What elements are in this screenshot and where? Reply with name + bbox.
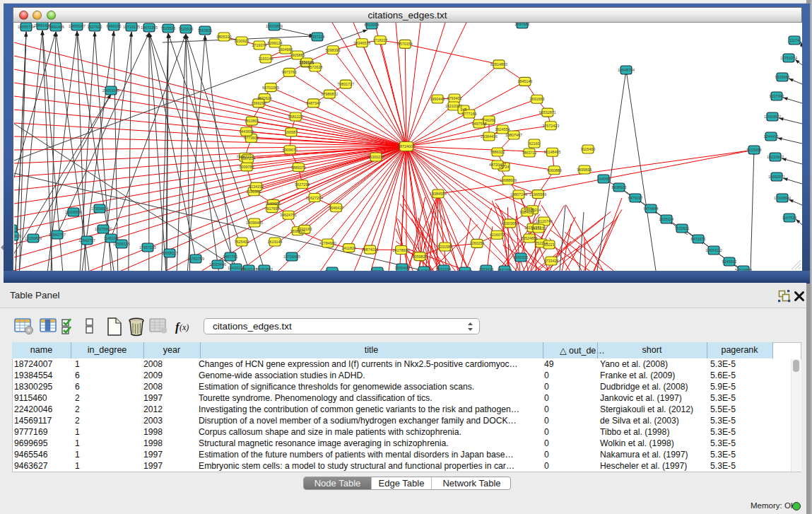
- svg-text:2691669: 2691669: [529, 97, 544, 101]
- svg-text:9699695: 9699695: [577, 168, 592, 172]
- svg-text:12093822: 12093822: [764, 115, 781, 119]
- svg-text:0443699: 0443699: [239, 129, 254, 134]
- svg-text:24278680: 24278680: [393, 248, 410, 252]
- svg-text:5646417: 5646417: [329, 206, 343, 210]
- svg-text:12942757: 12942757: [78, 238, 95, 243]
- svg-text:2697682: 2697682: [515, 23, 530, 26]
- svg-text:166587: 166587: [285, 130, 298, 134]
- svg-text:18724007: 18724007: [398, 144, 415, 148]
- svg-text:15300237: 15300237: [367, 155, 384, 159]
- svg-text:12156829: 12156829: [14, 234, 21, 238]
- svg-text:62160: 62160: [529, 141, 540, 146]
- svg-text:9169985: 9169985: [266, 201, 281, 206]
- svg-text:43303654: 43303654: [502, 221, 519, 226]
- svg-text:54516808: 54516808: [735, 268, 752, 271]
- svg-text:13524851: 13524851: [521, 236, 538, 240]
- svg-text:8938923: 8938923: [612, 185, 627, 189]
- svg-text:19384554: 19384554: [430, 192, 447, 196]
- svg-text:1615132: 1615132: [531, 226, 546, 230]
- svg-text:5009788: 5009788: [240, 165, 254, 169]
- svg-text:6909670: 6909670: [283, 148, 298, 152]
- svg-text:12505135: 12505135: [113, 242, 130, 246]
- svg-text:16782759: 16782759: [187, 257, 204, 261]
- svg-text:7940265: 7940265: [325, 269, 340, 271]
- svg-text:89083863: 89083863: [256, 267, 273, 271]
- svg-text:6773602: 6773602: [244, 136, 259, 140]
- svg-text:17016504: 17016504: [774, 196, 791, 200]
- svg-text:164095: 164095: [597, 177, 610, 181]
- svg-text:1904966: 1904966: [278, 47, 293, 52]
- svg-text:7632621: 7632621: [675, 226, 690, 230]
- svg-text:14055724: 14055724: [18, 25, 35, 29]
- svg-text:8471676: 8471676: [691, 237, 706, 241]
- svg-text:01965569: 01965569: [529, 192, 546, 197]
- svg-text:4060883: 4060883: [547, 168, 562, 173]
- svg-text:6572628: 6572628: [308, 65, 323, 69]
- svg-text:7886322: 7886322: [490, 150, 505, 154]
- svg-text:1718227: 1718227: [373, 38, 388, 42]
- svg-text:8935171: 8935171: [14, 227, 19, 231]
- svg-text:15692971: 15692971: [768, 175, 785, 179]
- svg-text:2553419: 2553419: [479, 267, 494, 271]
- svg-text:10654112: 10654112: [705, 248, 722, 252]
- svg-text:7515526: 7515526: [179, 27, 194, 31]
- svg-text:8813054: 8813054: [365, 23, 379, 27]
- svg-text:1244415: 1244415: [764, 134, 779, 139]
- svg-text:14099485: 14099485: [246, 221, 263, 225]
- svg-text:9457791: 9457791: [223, 255, 238, 259]
- svg-text:2719374: 2719374: [252, 43, 267, 47]
- svg-text:95148465: 95148465: [544, 150, 561, 154]
- svg-text:20364436: 20364436: [481, 134, 498, 139]
- svg-text:0805310: 0805310: [217, 35, 232, 39]
- svg-text:5581223: 5581223: [288, 115, 303, 119]
- svg-text:7515526: 7515526: [161, 26, 176, 30]
- svg-text:1527602: 1527602: [88, 25, 102, 29]
- svg-text:9973763: 9973763: [282, 70, 297, 74]
- svg-text:19600133: 19600133: [240, 267, 257, 271]
- svg-text:10807467: 10807467: [505, 133, 522, 137]
- svg-text:34624751: 34624751: [280, 213, 297, 217]
- svg-text:2260256: 2260256: [470, 241, 485, 245]
- svg-text:37672423: 37672423: [542, 124, 559, 128]
- svg-text:7810801: 7810801: [245, 119, 259, 123]
- svg-text:(x): (x): [180, 322, 189, 332]
- svg-text:6889373: 6889373: [291, 165, 306, 170]
- svg-text:1733426: 1733426: [544, 259, 559, 263]
- svg-text:10975857: 10975857: [95, 227, 112, 231]
- svg-text:1167534: 1167534: [782, 216, 797, 220]
- svg-text:57986872: 57986872: [321, 92, 338, 96]
- svg-text:10033809: 10033809: [266, 24, 283, 28]
- svg-text:5627298: 5627298: [295, 182, 310, 187]
- svg-text:3624554: 3624554: [495, 127, 510, 132]
- svg-text:9329966: 9329966: [775, 75, 790, 79]
- svg-text:01627204: 01627204: [306, 196, 323, 200]
- svg-text:17359924: 17359924: [91, 206, 108, 211]
- svg-text:12156829: 12156829: [25, 236, 42, 240]
- svg-text:3872624: 3872624: [257, 96, 272, 100]
- svg-text:1559407: 1559407: [395, 266, 410, 270]
- svg-text:7917693: 7917693: [264, 206, 279, 211]
- svg-text:5931034: 5931034: [437, 267, 452, 271]
- svg-text:7863722: 7863722: [522, 151, 537, 155]
- svg-text:38346578: 38346578: [353, 41, 370, 45]
- svg-text:2832764: 2832764: [498, 268, 512, 271]
- svg-text:5331586: 5331586: [437, 245, 452, 249]
- svg-text:42784980: 42784980: [319, 241, 336, 245]
- svg-text:10719135: 10719135: [123, 25, 140, 29]
- svg-text:10958117: 10958117: [161, 251, 178, 255]
- svg-text:1145192: 1145192: [104, 236, 119, 240]
- svg-text:5299124: 5299124: [268, 41, 283, 45]
- svg-text:6793402: 6793402: [447, 96, 462, 100]
- svg-text:25223: 25223: [544, 243, 555, 247]
- svg-text:9227342: 9227342: [770, 94, 784, 98]
- svg-text:16120746: 16120746: [536, 219, 553, 223]
- svg-text:8350305: 8350305: [514, 255, 529, 259]
- svg-text:20053346: 20053346: [102, 88, 119, 93]
- svg-text:34874016: 34874016: [362, 247, 379, 252]
- svg-text:1316475: 1316475: [458, 269, 473, 271]
- svg-text:9115460: 9115460: [581, 147, 596, 151]
- svg-text:0330923: 0330923: [235, 39, 249, 43]
- svg-text:16210643: 16210643: [767, 155, 784, 159]
- svg-text:18807249: 18807249: [510, 192, 527, 197]
- svg-text:11174: 11174: [789, 38, 799, 42]
